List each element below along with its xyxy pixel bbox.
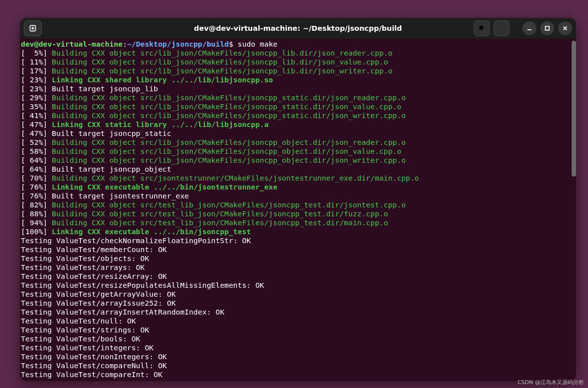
progress-percent: [ 52%] — [21, 138, 52, 146]
prompt-path: ~/Desktop/jsoncpp/build — [127, 40, 229, 48]
maximize-icon — [544, 25, 550, 31]
minimize-icon — [526, 25, 532, 31]
output-line: Testing ValueTest/null: OK — [21, 317, 570, 325]
output-line: Testing ValueTest/nonIntegers: OK — [21, 352, 570, 361]
progress-percent: [ 29%] — [21, 93, 52, 102]
output-message: Testing ValueTest/resizePopulatesAllMiss… — [21, 281, 264, 289]
output-message: Built target jsoncpp_static — [52, 129, 171, 137]
output-line: Testing ValueTest/compareInt: OK — [21, 370, 570, 379]
output-message: Testing ValueTest/compareInt: OK — [21, 370, 162, 379]
terminal-body-wrap: dev@dev-virtual-machine:~/Desktop/jsoncp… — [20, 39, 576, 381]
progress-percent: [100%] — [21, 227, 52, 236]
progress-percent: [ 47%] — [21, 120, 52, 129]
scrollbar-thumb[interactable] — [572, 41, 576, 177]
output-message: Testing ValueTest/resizeArray: OK — [21, 272, 167, 280]
output-message: Linking CXX shared library ../../lib/lib… — [52, 75, 273, 84]
minimize-button[interactable] — [522, 21, 536, 35]
progress-percent: [ 76%] — [21, 192, 52, 200]
output-message: Testing ValueTest/arrayIssue252: OK — [21, 299, 176, 307]
output-message: Building CXX object src/lib_json/CMakeFi… — [52, 111, 406, 120]
output-message: Testing ValueTest/compareNull: OK — [21, 361, 167, 370]
close-icon — [562, 25, 568, 31]
output-line: [ 5%] Building CXX object src/lib_json/C… — [21, 49, 570, 58]
output-line: Testing ValueTest/objects: OK — [21, 254, 570, 263]
output-message: Testing ValueTest/arrays: OK — [21, 263, 145, 271]
output-message: Building CXX object src/lib_json/CMakeFi… — [52, 138, 406, 146]
output-message: Testing ValueTest/arrayInsertAtRandomInd… — [21, 308, 224, 316]
output-line: Testing ValueTest/resizeArray: OK — [21, 272, 570, 281]
progress-percent: [ 70%] — [21, 174, 52, 182]
output-line: Testing ValueTest/arrayInsertAtRandomInd… — [21, 308, 570, 317]
prompt-dollar: $ — [229, 40, 238, 48]
svg-rect-9 — [545, 26, 549, 30]
progress-percent: [ 58%] — [21, 147, 52, 155]
output-line: Testing ValueTest/strings: OK — [21, 325, 570, 334]
output-line: Testing ValueTest/integers: OK — [21, 343, 570, 352]
output-line: [ 23%] Built target jsoncpp_lib — [21, 84, 570, 93]
output-message: Building CXX object src/lib_json/CMakeFi… — [52, 102, 401, 111]
terminal-window: dev@dev-virtual-machine: ~/Desktop/jsonc… — [20, 18, 576, 381]
terminal-body[interactable]: dev@dev-virtual-machine:~/Desktop/jsoncp… — [20, 39, 571, 381]
output-line: [ 94%] Building CXX object src/test_lib_… — [21, 218, 570, 227]
watermark: CSDN @江鸟木又源码分析 — [517, 379, 584, 386]
titlebar: dev@dev-virtual-machine: ~/Desktop/jsonc… — [20, 18, 576, 39]
search-button[interactable] — [474, 20, 490, 36]
menu-button[interactable] — [494, 20, 510, 36]
progress-percent: [ 11%] — [21, 58, 52, 66]
output-line: [ 58%] Building CXX object src/lib_json/… — [21, 147, 570, 156]
prompt-sep: : — [123, 40, 127, 48]
progress-percent: [ 23%] — [21, 84, 52, 93]
new-tab-icon — [29, 24, 37, 32]
output-line: Testing ValueTest/bools: OK — [21, 334, 570, 343]
prompt-user: dev@dev-virtual-machine — [21, 40, 123, 48]
progress-percent: [ 88%] — [21, 209, 52, 218]
output-line: Testing ValueTest/memberCount: OK — [21, 245, 570, 254]
output-line: Testing ValueTest/arrayIssue252: OK — [21, 299, 570, 308]
search-icon — [478, 24, 486, 32]
output-message: Built target jsoncpp_object — [52, 165, 171, 173]
output-message: Built target jsoncpp_lib — [52, 84, 158, 93]
output-message: Building CXX object src/lib_json/CMakeFi… — [52, 49, 392, 57]
titlebar-left — [24, 20, 45, 36]
progress-percent: [ 47%] — [21, 129, 52, 137]
output-line: [ 23%] Linking CXX shared library ../../… — [21, 75, 570, 84]
output-line: [ 29%] Building CXX object src/lib_json/… — [21, 93, 570, 102]
output-message: Linking CXX executable ../../bin/jsoncpp… — [52, 227, 251, 236]
output-message: Building CXX object src/jsontestrunner/C… — [52, 174, 419, 182]
output-message: Testing ValueTest/null: OK — [21, 317, 136, 325]
output-line: [ 47%] Linking CXX static library ../../… — [21, 120, 570, 129]
progress-percent: [ 5%] — [21, 49, 52, 57]
output-message: Testing ValueTest/integers: OK — [21, 343, 153, 352]
prompt-line: dev@dev-virtual-machine:~/Desktop/jsoncp… — [21, 40, 570, 49]
progress-percent: [ 82%] — [21, 200, 52, 209]
output-line: Testing ValueTest/resizePopulatesAllMiss… — [21, 281, 570, 290]
output-message: Testing ValueTest/getArrayValue: OK — [21, 290, 176, 298]
output-line: Testing ValueTest/compareNull: OK — [21, 361, 570, 370]
output-line: [ 76%] Linking CXX executable ../../bin/… — [21, 183, 570, 192]
prompt-command: sudo make — [238, 40, 278, 48]
close-button[interactable] — [558, 21, 572, 35]
new-tab-button[interactable] — [24, 20, 42, 36]
output-message: Building CXX object src/lib_json/CMakeFi… — [52, 58, 388, 66]
scrollbar[interactable] — [571, 39, 576, 381]
svg-point-3 — [479, 26, 483, 30]
output-line: Testing ValueTest/arrays: OK — [21, 263, 570, 272]
output-line: [ 82%] Building CXX object src/test_lib_… — [21, 200, 570, 209]
output-message: Building CXX object src/lib_json/CMakeFi… — [52, 66, 392, 75]
output-line: [ 52%] Building CXX object src/lib_json/… — [21, 138, 570, 147]
output-line: [ 64%] Building CXX object src/lib_json/… — [21, 156, 570, 165]
progress-percent: [ 41%] — [21, 111, 52, 120]
progress-percent: [ 23%] — [21, 75, 52, 84]
output-line: [ 88%] Building CXX object src/test_lib_… — [21, 209, 570, 218]
output-message: Building CXX object src/lib_json/CMakeFi… — [52, 156, 406, 164]
output-line: [ 64%] Built target jsoncpp_object — [21, 165, 570, 174]
svg-line-4 — [483, 29, 484, 31]
output-line: Testing ValueTest/checkNormalizeFloating… — [21, 236, 570, 245]
output-message: Building CXX object src/lib_json/CMakeFi… — [52, 147, 401, 155]
output-line: [ 47%] Built target jsoncpp_static — [21, 129, 570, 138]
output-message: Building CXX object src/lib_json/CMakeFi… — [52, 93, 406, 102]
progress-percent: [ 64%] — [21, 156, 52, 164]
output-message: Built target jsontestrunner_exe — [52, 192, 189, 200]
maximize-button[interactable] — [540, 21, 554, 35]
output-line: [ 35%] Building CXX object src/lib_json/… — [21, 102, 570, 111]
